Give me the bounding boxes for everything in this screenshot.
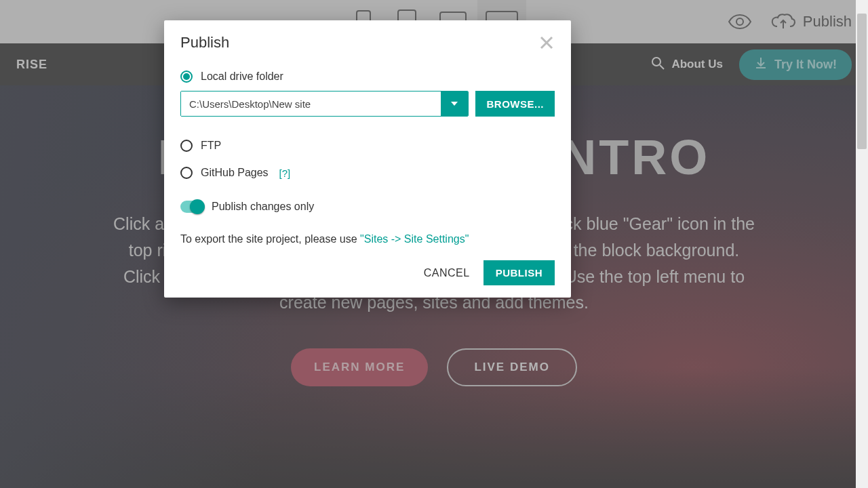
close-icon[interactable]: [538, 35, 555, 51]
export-settings-link[interactable]: "Sites -> Site Settings": [360, 233, 469, 245]
changes-only-toggle[interactable]: [180, 201, 203, 213]
changes-only-label: Publish changes only: [212, 201, 314, 213]
radio-ftp[interactable]: [180, 140, 193, 152]
radio-local-label: Local drive folder: [201, 70, 283, 83]
vertical-scrollbar[interactable]: [856, 0, 868, 488]
browse-button[interactable]: BROWSE...: [475, 91, 555, 117]
github-help-link[interactable]: [?]: [279, 167, 291, 179]
publish-modal: Publish Local drive folder BROWSE... FTP: [164, 20, 571, 298]
local-path-field: [180, 91, 469, 117]
radio-ftp-label: FTP: [201, 140, 221, 152]
path-dropdown-button[interactable]: [441, 92, 468, 116]
export-note-text: To export the site project, please use: [180, 233, 360, 245]
radio-local-folder[interactable]: [180, 70, 193, 83]
modal-title: Publish: [180, 34, 229, 52]
publish-button[interactable]: PUBLISH: [484, 260, 555, 285]
radio-github-label: GitHub Pages: [201, 167, 269, 179]
local-path-input[interactable]: [181, 92, 441, 116]
scrollbar-thumb[interactable]: [857, 14, 867, 149]
radio-github[interactable]: [180, 167, 193, 179]
cancel-button[interactable]: CANCEL: [424, 267, 470, 279]
export-note: To export the site project, please use "…: [180, 233, 555, 245]
